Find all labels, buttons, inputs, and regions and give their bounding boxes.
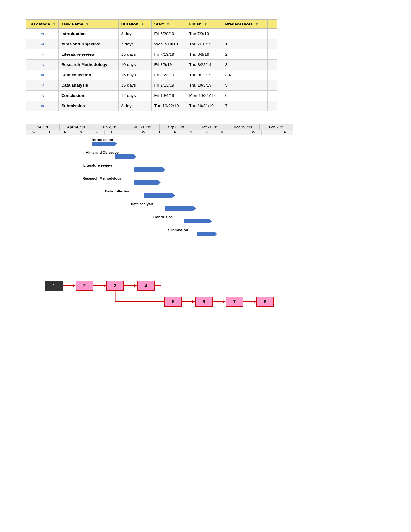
task-predecessors-cell: 7 <box>222 101 268 111</box>
task-duration-cell: 15 days <box>118 49 152 60</box>
task-predecessors-cell: 3,4 <box>222 70 268 80</box>
task-mode-icon: ⇒ <box>40 93 44 99</box>
gantt-day-cell: F <box>277 130 293 135</box>
table-row: ⇒ Aims and Objective 7 days Wed 7/10/19 … <box>26 39 277 49</box>
task-duration-cell: 7 days <box>118 39 152 49</box>
task-extra-cell <box>268 29 277 39</box>
task-start-cell: Fri 7/19/19 <box>152 49 186 60</box>
task-name-cell: Research Methodology <box>59 60 119 70</box>
table-row: ⇒ Introduction 8 days Fri 6/28/19 Tue 7/… <box>26 29 277 39</box>
task-predecessors-cell: 5 <box>222 80 268 91</box>
task-start-cell: Fri 10/4/19 <box>152 91 186 101</box>
task-mode-cell: ⇒ <box>26 60 59 70</box>
gantt-month-cell: Jun 2, '19 <box>93 124 126 130</box>
gantt-day-cell: M <box>105 130 121 135</box>
gantt-day-cell: S <box>199 130 215 135</box>
col-header-mode[interactable]: Task Mode ▼ <box>26 20 59 29</box>
gantt-bar-arrow-icon <box>215 232 217 236</box>
task-predecessors-cell: 2 <box>222 49 268 60</box>
task-mode-icon: ⇒ <box>40 31 44 37</box>
duration-filter-icon[interactable]: ▼ <box>141 22 144 26</box>
task-duration-cell: 10 days <box>118 60 152 70</box>
task-mode-cell: ⇒ <box>26 70 59 80</box>
task-extra-cell <box>268 39 277 49</box>
gantt-bar-arrow-icon <box>115 142 117 146</box>
network-node-6: 6 <box>195 297 213 307</box>
task-mode-cell: ⇒ <box>26 29 59 39</box>
table-row: ⇒ Data analysis 15 days Fri 9/13/19 Thu … <box>26 80 277 91</box>
gantt-bar-label: Introduction <box>92 138 113 142</box>
gantt-bar <box>184 219 210 223</box>
task-mode-cell: ⇒ <box>26 101 59 111</box>
gantt-table: Task Mode ▼ Task Name ▼ Duration ▼ <box>26 19 277 111</box>
task-mode-icon: ⇒ <box>40 82 44 88</box>
network-node-4: 4 <box>137 281 155 291</box>
gantt-month-cell: 24, '19 <box>26 124 60 130</box>
gantt-bar <box>134 180 158 185</box>
col-header-name[interactable]: Task Name ▼ <box>59 20 119 29</box>
task-mode-icon: ⇒ <box>40 41 44 47</box>
table-row: ⇒ Submission 8 days Tue 10/22/19 Thu 10/… <box>26 101 277 111</box>
gantt-bar-label: Aims and Objective <box>86 151 119 154</box>
task-predecessors-cell: 1 <box>222 39 268 49</box>
network-node-8: 8 <box>256 297 274 307</box>
gantt-bar-arrow-icon <box>210 219 212 223</box>
gantt-day-cell: S <box>73 130 89 135</box>
gantt-month-cell: Jul 21, '19 <box>126 124 160 130</box>
name-filter-icon[interactable]: ▼ <box>86 22 89 26</box>
task-predecessors-cell <box>222 29 268 39</box>
col-header-duration[interactable]: Duration ▼ <box>118 20 152 29</box>
task-finish-cell: Tue 7/9/19 <box>186 29 222 39</box>
today-line <box>99 135 99 251</box>
task-name-cell: Conclusion <box>59 91 119 101</box>
finish-filter-icon[interactable]: ▼ <box>204 22 207 26</box>
gantt-day-cell: F <box>167 130 183 135</box>
task-name-cell: Data analysis <box>59 80 119 91</box>
task-finish-cell: Thu 9/12/19 <box>186 70 222 80</box>
mode-filter-icon[interactable]: ▼ <box>53 22 56 26</box>
task-finish-cell: Thu 10/31/19 <box>186 101 222 111</box>
task-name-cell: Submission <box>59 101 119 111</box>
table-row: ⇒ Research Methodology 10 days Fri 8/9/1… <box>26 60 277 70</box>
task-extra-cell <box>268 91 277 101</box>
task-finish-cell: Mon 10/21/19 <box>186 91 222 101</box>
gantt-month-cell: Dec 15, '19 <box>226 124 260 130</box>
col-header-extra <box>268 20 277 29</box>
task-finish-cell: Thu 8/22/19 <box>186 60 222 70</box>
gantt-body: IntroductionAims and ObjectiveLiterature… <box>26 135 293 251</box>
pred-filter-icon[interactable]: ▼ <box>255 22 259 26</box>
gantt-bar-arrow-icon <box>134 154 136 159</box>
col-header-start[interactable]: Start ▼ <box>152 20 186 29</box>
col-header-finish[interactable]: Finish ▼ <box>186 20 222 29</box>
task-start-cell: Fri 8/9/19 <box>152 60 186 70</box>
gantt-day-cell: F <box>57 130 73 135</box>
gantt-bar <box>134 167 163 172</box>
gantt-day-cell: T <box>230 130 246 135</box>
task-table-section: Task Mode ▼ Task Name ▼ Duration ▼ <box>26 19 385 111</box>
task-duration-cell: 15 days <box>118 70 152 80</box>
col-header-predecessors[interactable]: Predecessors ▼ <box>222 20 268 29</box>
task-mode-icon: ⇒ <box>40 103 44 109</box>
gantt-bar-arrow-icon <box>158 180 161 185</box>
table-row: ⇒ Literature review 15 days Fri 7/19/19 … <box>26 49 277 60</box>
gantt-day-cell: S <box>183 130 199 135</box>
task-name-cell: Literature review <box>59 49 119 60</box>
network-diagram-section: 12345678 <box>26 268 303 326</box>
gantt-bar-arrow-icon <box>194 206 196 211</box>
network-node-7: 7 <box>226 297 243 307</box>
task-mode-icon: ⇒ <box>40 72 44 78</box>
task-mode-icon: ⇒ <box>40 62 44 68</box>
gantt-bar <box>92 142 115 146</box>
task-start-cell: Fri 9/13/19 <box>152 80 186 91</box>
task-mode-cell: ⇒ <box>26 80 59 91</box>
gantt-bar-label: Conclusion <box>153 215 173 219</box>
task-extra-cell <box>268 101 277 111</box>
task-duration-cell: 12 days <box>118 91 152 101</box>
gantt-day-cell: T <box>152 130 168 135</box>
start-filter-icon[interactable]: ▼ <box>166 22 170 26</box>
gantt-day-cell: W <box>136 130 152 135</box>
gantt-day-cell: W <box>246 130 262 135</box>
gantt-bar <box>115 154 134 159</box>
task-predecessors-cell: 6 <box>222 91 268 101</box>
gantt-bar-arrow-icon <box>173 193 175 198</box>
